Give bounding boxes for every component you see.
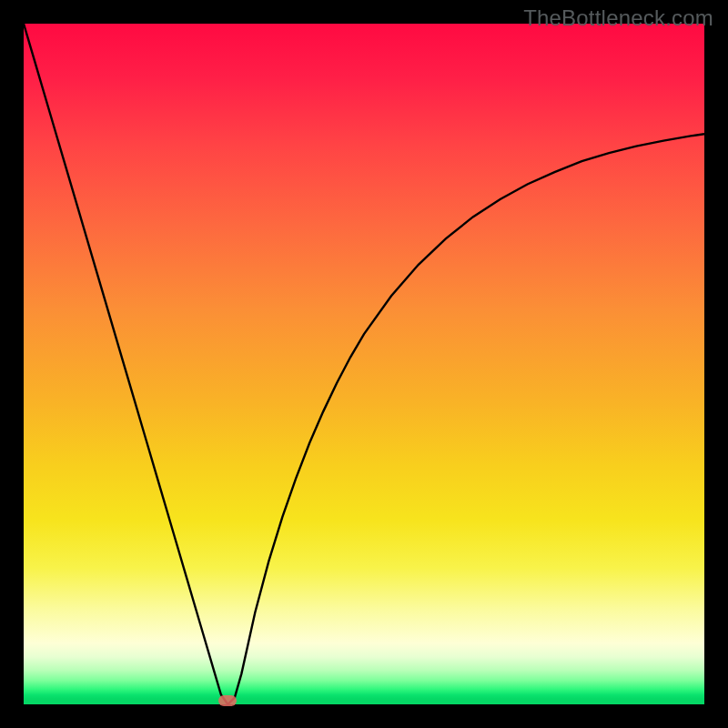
curve-line: [24, 24, 704, 704]
plot-area: [24, 24, 704, 704]
watermark-text: TheBottleneck.com: [523, 5, 713, 31]
minimum-marker-dot: [218, 695, 237, 706]
bottleneck-curve: [24, 24, 704, 704]
